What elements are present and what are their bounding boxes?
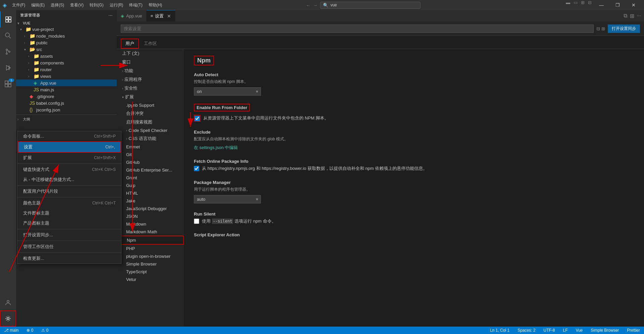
settings-sidebar-item-app[interactable]: › 应用程序 <box>117 75 184 84</box>
open-settings-sync-button[interactable]: 打开设置同步 <box>608 25 640 33</box>
settings-sidebar-item-ipynb[interactable]: .ipynb Support <box>117 101 184 109</box>
activity-accounts[interactable] <box>0 294 16 311</box>
nav-forward[interactable]: → <box>313 3 317 8</box>
sidebar-more[interactable]: ··· <box>109 13 113 17</box>
tree-views[interactable]: › 📁 views <box>16 73 117 80</box>
fetch-online-checkbox[interactable] <box>194 166 199 171</box>
tree-app-vue[interactable]: ◈ App.vue <box>16 80 117 86</box>
menu-run[interactable]: 运行(R) <box>107 2 126 9</box>
activity-run[interactable] <box>0 60 16 76</box>
settings-sidebar-item-grunt[interactable]: Grunt <box>117 174 184 182</box>
more-icon[interactable]: ⊞ <box>601 26 605 31</box>
context-menu-item-sync[interactable]: 打开设置同步... <box>18 230 121 240</box>
settings-sidebar-item-simple-browser[interactable]: Simple Browser <box>117 260 184 268</box>
settings-sidebar-item-extensions[interactable]: ▾ 扩展 <box>117 93 184 101</box>
more-actions-icon[interactable]: ··· <box>637 13 641 19</box>
editor-layout-icon[interactable]: ⊞ <box>630 13 634 19</box>
settings-sidebar-item-jake[interactable]: Jake <box>117 197 184 205</box>
filter-icon[interactable]: ⊟ <box>596 26 600 31</box>
settings-sidebar-item-css[interactable]: › CSS 语言功能 <box>117 134 184 143</box>
status-branch[interactable]: ⎇ main <box>3 328 20 333</box>
context-menu-item-snippets[interactable]: 配置用户代码片段 <box>18 186 121 196</box>
settings-sidebar-item-open-in-browser[interactable]: plugin open-in-browser <box>117 252 184 260</box>
status-warnings[interactable]: ⚠ 0 <box>40 328 50 333</box>
enable-run-from-folder-checkbox[interactable] <box>195 116 200 121</box>
context-menu-item-keybindings[interactable]: 键盘快捷方式 Ctrl+K Ctrl+S <box>18 164 121 175</box>
settings-sidebar-item-gulp[interactable]: Gulp <box>117 182 184 189</box>
settings-sidebar-item-window-context[interactable]: 上下 (文) <box>117 49 184 58</box>
tree-vue-project[interactable]: ▾ 📁 vue-project <box>16 26 117 33</box>
activity-explorer[interactable] <box>0 11 16 28</box>
settings-sidebar-item-search-view[interactable]: 启用搜索视图 <box>117 118 184 127</box>
package-manager-select[interactable]: auto npm yarn <box>194 195 261 203</box>
tree-gitignore[interactable]: ◆ .gitignore <box>16 93 117 100</box>
settings-sidebar-item-git[interactable]: Git <box>117 151 184 158</box>
tree-node-modules[interactable]: › 📁 node_modules <box>16 33 117 39</box>
settings-sidebar-item-json[interactable]: JSON <box>117 212 184 220</box>
menu-help[interactable]: 帮助(H) <box>146 2 165 9</box>
context-menu-item-command[interactable]: 命令面板... Ctrl+Shift+P <box>18 131 121 141</box>
menu-goto[interactable]: 转到(G) <box>87 2 106 9</box>
tree-main-js[interactable]: JS main.js <box>16 86 117 93</box>
restore-button[interactable]: ❐ <box>610 0 625 10</box>
settings-sidebar-item-emmet[interactable]: Emmet <box>117 143 184 151</box>
tab-app-vue[interactable]: ◈ App.vue <box>117 10 147 21</box>
context-menu-item-settings[interactable]: 设置 Ctrl+, <box>18 141 121 153</box>
settings-tab-user[interactable]: 用户 <box>121 39 139 49</box>
menu-edit[interactable]: 编辑(E) <box>29 2 47 9</box>
tab-settings[interactable]: ≡ 设置 ✕ <box>147 10 176 21</box>
status-simple-browser[interactable]: Simple Browser <box>589 328 620 333</box>
context-menu-item-migrate-keybindings[interactable]: 从 - 中迁移键盘快捷方式... <box>18 175 121 185</box>
settings-tab-workspace[interactable]: 工作区 <box>140 39 161 48</box>
settings-sidebar-item-vetur[interactable]: Vetur <box>117 276 184 283</box>
split-editor-icon[interactable]: ⧉ <box>624 13 627 19</box>
status-eol[interactable]: LF <box>561 328 569 333</box>
minimize-button[interactable]: — <box>594 0 609 10</box>
settings-sidebar-item-features[interactable]: › 功能 <box>117 66 184 75</box>
settings-sidebar-item-merge[interactable]: 合并冲突 <box>117 109 184 118</box>
settings-sidebar-item-html[interactable]: HTML <box>117 189 184 197</box>
tree-babel-config[interactable]: JS babel.config.js <box>16 100 117 106</box>
nav-back[interactable]: ← <box>306 3 310 8</box>
context-menu-item-check-updates[interactable]: 检查更新... <box>18 253 121 264</box>
context-menu-item-color-theme[interactable]: 颜色主题 Ctrl+K Ctrl+T <box>18 198 121 208</box>
tree-outline[interactable]: › 大纲 <box>16 116 117 123</box>
settings-sidebar-item-js-debugger[interactable]: JavaScript Debugger <box>117 205 184 212</box>
tree-public[interactable]: › 📁 public <box>16 39 117 46</box>
settings-sidebar-item-markdown-math[interactable]: Markdown Math <box>117 228 184 236</box>
status-prettier[interactable]: Prettier <box>626 328 641 333</box>
close-button[interactable]: ✕ <box>626 0 641 10</box>
settings-json-link[interactable]: 在 settings.json 中编辑 <box>194 145 238 150</box>
status-language[interactable]: Vue <box>574 328 584 333</box>
status-encoding[interactable]: UTF-8 <box>542 328 556 333</box>
context-menu-item-trust[interactable]: 管理工作区信任 <box>18 242 121 252</box>
tree-router[interactable]: › 📁 router <box>16 66 117 73</box>
settings-sidebar-item-spell-checker[interactable]: › Code Spell Checker <box>117 127 184 134</box>
settings-sidebar-item-github-enterprise[interactable]: GitHub Enterprise Ser... <box>117 166 184 174</box>
auto-detect-select[interactable]: on off <box>194 87 261 96</box>
status-spaces[interactable]: Spaces: 2 <box>516 328 537 333</box>
activity-extensions[interactable]: 1 <box>0 76 16 92</box>
menu-select[interactable]: 选择(S) <box>48 2 67 9</box>
menu-file[interactable]: 文件(F) <box>9 2 28 9</box>
menu-view[interactable]: 查看(V) <box>67 2 86 9</box>
tree-components[interactable]: › 📁 components <box>16 59 117 66</box>
settings-sidebar-item-npm[interactable]: Npm <box>117 236 184 245</box>
settings-sidebar-item-php[interactable]: PHP <box>117 245 184 252</box>
settings-sidebar-item-security[interactable]: › 安全性 <box>117 84 184 93</box>
tree-jsconfig[interactable]: {} jsconfig.json <box>16 106 117 113</box>
tree-assets[interactable]: › 📁 assets <box>16 53 117 59</box>
settings-sidebar-item-typescript[interactable]: TypeScript <box>117 268 184 276</box>
settings-sidebar-item-github[interactable]: GitHub <box>117 158 184 166</box>
tree-src[interactable]: ▾ 📂 src <box>16 46 117 53</box>
activity-source-control[interactable] <box>0 44 16 60</box>
settings-sidebar-item-window[interactable]: 窗口 <box>117 58 184 66</box>
status-position[interactable]: Ln 1, Col 1 <box>489 328 511 333</box>
activity-search[interactable] <box>0 28 16 44</box>
settings-search-input[interactable] <box>121 25 594 33</box>
titlebar-search-input[interactable] <box>330 3 397 7</box>
settings-sidebar-item-markdown[interactable]: Markdown <box>117 220 184 228</box>
context-menu-item-extensions[interactable]: 扩展 Ctrl+Shift+X <box>18 153 121 163</box>
run-silent-checkbox[interactable] <box>194 219 199 224</box>
activity-manage[interactable] <box>0 311 16 327</box>
